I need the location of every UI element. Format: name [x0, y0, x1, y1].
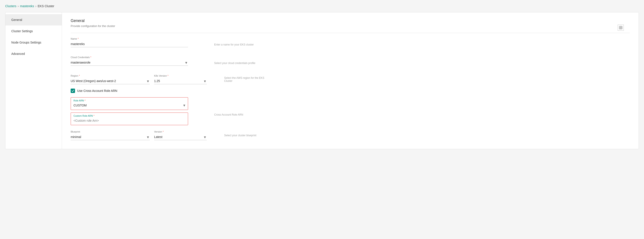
breadcrumb-current: EKS Cluster: [38, 4, 54, 8]
breadcrumb-sep-2: ›: [36, 4, 36, 8]
role-arn-hint: Cross Account Role ARN: [214, 110, 243, 116]
content-header: General Provide configuration for the cl…: [71, 19, 630, 28]
blueprint-select-wrapper: minimal ▾: [71, 134, 150, 140]
sidebar-item-general[interactable]: General: [6, 14, 62, 26]
content-area-wrapper: General Provide configuration for the cl…: [71, 19, 630, 140]
k8s-version-select-wrapper: 1.25 ▾: [154, 78, 207, 84]
name-label: Name *: [71, 38, 188, 40]
page-title: General: [71, 19, 630, 23]
cloud-credentials-select[interactable]: masterawsrole: [71, 59, 188, 66]
page-subtitle: Provide configuration for the cluster: [71, 24, 630, 28]
blueprint-select[interactable]: minimal: [71, 134, 150, 140]
svg-rect-0: [619, 26, 622, 29]
breadcrumb-clusters[interactable]: Clusters: [5, 4, 16, 8]
blueprint-hint: Select your cluster blueprint: [224, 134, 266, 137]
region-select[interactable]: US West (Oregon) aws/us-west-2: [71, 78, 150, 84]
main-layout: General Cluster Settings Node Groups Set…: [5, 12, 639, 149]
role-arn-field: Role ARN * CUSTOM ▾: [71, 97, 188, 110]
version-select[interactable]: Latest: [154, 134, 207, 140]
name-input[interactable]: [71, 41, 188, 47]
use-cross-account-checkbox[interactable]: [71, 89, 75, 93]
breadcrumb-sep-1: ›: [18, 4, 19, 8]
role-arn-chevron-icon: ▾: [183, 103, 185, 108]
role-arn-inner: CUSTOM ▾: [74, 103, 185, 108]
cloud-credentials-select-wrapper: masterawsrole ▾: [71, 59, 188, 66]
sidebar-item-cluster-settings[interactable]: Cluster Settings: [6, 26, 62, 37]
breadcrumb-mastereks[interactable]: mastereks: [20, 4, 34, 8]
sidebar: General Cluster Settings Node Groups Set…: [6, 13, 62, 149]
sidebar-item-advanced[interactable]: Advanced: [6, 48, 62, 59]
k8s-version-label: K8s Version *: [154, 74, 207, 77]
cloud-credentials-label: Cloud Credentials *: [71, 56, 188, 59]
page-wrapper: Clusters › mastereks › EKS Cluster Gener…: [0, 0, 644, 239]
blueprint-label: Blueprint: [71, 130, 150, 133]
region-label: Region *: [71, 74, 150, 77]
use-cross-account-label: Use Cross Account Role ARN: [77, 89, 117, 93]
region-hint: Select the AWS region for the EKS Cluste…: [224, 76, 266, 83]
cloud-credentials-hint: Select your cloud credentials profile: [214, 62, 255, 65]
content-area: General Provide configuration for the cl…: [62, 13, 638, 149]
k8s-version-select[interactable]: 1.25: [154, 78, 207, 84]
version-label: Version *: [154, 130, 207, 133]
breadcrumb: Clusters › mastereks › EKS Cluster: [5, 4, 639, 8]
custom-role-arn-input[interactable]: [74, 118, 185, 123]
custom-role-arn-inner: [74, 118, 185, 123]
sidebar-item-node-groups-settings[interactable]: Node Groups Settings: [6, 37, 62, 48]
custom-role-arn-field: Custom Role ARN *: [71, 113, 188, 125]
divider-top: [71, 33, 630, 33]
role-arn-select[interactable]: CUSTOM: [74, 103, 183, 108]
use-cross-account-row: Use Cross Account Role ARN: [71, 89, 630, 93]
region-select-wrapper: US West (Oregon) aws/us-west-2 ▾: [71, 78, 150, 84]
expand-button[interactable]: [618, 25, 624, 31]
role-arn-label: Role ARN *: [74, 99, 185, 102]
name-hint: Enter a name for your EKS cluster: [214, 43, 254, 46]
custom-role-arn-label: Custom Role ARN *: [74, 114, 185, 117]
version-select-wrapper: Latest ▾: [154, 134, 207, 140]
